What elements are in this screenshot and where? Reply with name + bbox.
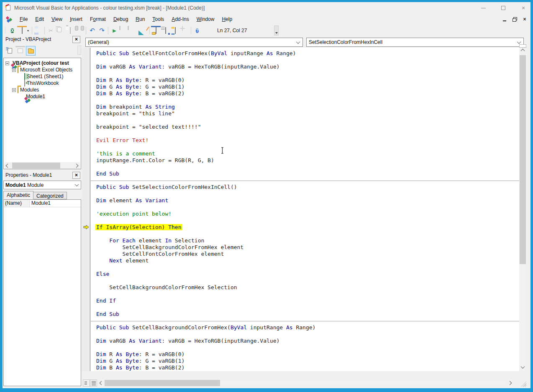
code-line[interactable]: Public Sub SetCellBackgroundColorFromHex… [96, 324, 519, 331]
tree-item-sheet1-sheet1[interactable]: Sheet1 (Sheet1) [4, 73, 81, 80]
scroll-left-icon[interactable] [98, 379, 105, 387]
view-object-button[interactable] [15, 46, 25, 56]
code-line[interactable] [96, 217, 519, 224]
menu-debug[interactable]: Debug [110, 15, 132, 24]
code-line[interactable] [96, 70, 519, 77]
excel-button[interactable]: X [8, 26, 17, 35]
toggle-folders-button[interactable] [26, 46, 36, 56]
code-line[interactable]: 'this is a comment [96, 150, 519, 157]
properties-grid[interactable]: (Name)Module1 [3, 199, 81, 386]
code-line[interactable] [96, 97, 519, 104]
project-panel-close-icon[interactable]: × [72, 36, 80, 43]
split-handle[interactable] [519, 44, 526, 48]
code-line[interactable] [96, 164, 519, 171]
menu-run[interactable]: Run [132, 15, 149, 24]
code-line[interactable]: SetCellBackgroundColorFromHex Selection [96, 284, 519, 291]
run-button[interactable]: ▶ [110, 26, 119, 35]
help-button[interactable]: ? [192, 26, 202, 35]
design-mode-button[interactable] [138, 26, 148, 35]
save-button[interactable] [33, 26, 43, 35]
code-line[interactable]: Dim B As Byte: B = vaRGB(2) [96, 364, 519, 371]
insert-userform-button[interactable] [17, 26, 27, 35]
break-button[interactable] [119, 26, 129, 35]
toolbar-grip[interactable] [4, 27, 6, 34]
code-line[interactable]: Dim vaRGB As Variant: vaRGB = HexToRGB(i… [96, 338, 519, 344]
code-line[interactable]: Dim G As Byte: G = vaRGB(1) [96, 358, 519, 364]
code-line[interactable]: Next element [96, 257, 519, 264]
procedure-view-button[interactable] [83, 379, 90, 387]
tree-item-modules[interactable]: Modules [4, 87, 81, 93]
code-line[interactable]: Dim G As Byte: G = vaRGB(1) [96, 84, 519, 90]
procedure-dropdown[interactable]: SetSelectionColorFromHexInCell [306, 38, 524, 47]
menu-insert[interactable]: Insert [66, 15, 86, 24]
scroll-right-icon[interactable] [74, 163, 79, 168]
code-line[interactable] [96, 57, 519, 64]
expander-minus-icon[interactable] [5, 61, 9, 65]
code-line[interactable]: If IsArray(Selection) Then [96, 224, 519, 231]
code-line[interactable]: Dim R As Byte: R = vaRGB(0) [96, 77, 519, 84]
tree-item-module1[interactable]: Module1 [4, 93, 81, 100]
scroll-right-icon[interactable] [506, 379, 513, 387]
code-line[interactable]: SetCellBackgroundColorFromHex element [96, 244, 519, 251]
paste-button[interactable] [65, 26, 75, 35]
code-line[interactable] [96, 304, 519, 311]
menu-view[interactable]: View [48, 15, 66, 24]
tab-alphabetic[interactable]: Alphabetic [3, 191, 33, 199]
code-line[interactable] [96, 344, 519, 351]
code-line[interactable]: Public Sub SetCellFontColorFromHex(ByVal… [96, 50, 519, 57]
project-tree-hscrollbar[interactable] [5, 162, 80, 169]
full-module-view-button[interactable] [90, 379, 97, 387]
hscroll-thumb[interactable] [12, 163, 60, 168]
project-explorer-button[interactable] [151, 26, 161, 35]
code-line[interactable]: Dim R As Byte: R = vaRGB(0) [96, 351, 519, 358]
hscroll-thumb[interactable] [105, 380, 220, 386]
code-editor[interactable]: Public Sub SetCellFontColorFromHex(ByVal… [82, 48, 519, 371]
project-toolbar-overflow[interactable] [77, 46, 81, 55]
tree-item-thisworkbook[interactable]: ThisWorkbook [4, 80, 81, 87]
property-value[interactable]: Module1 [30, 200, 81, 207]
code-line[interactable] [96, 277, 519, 284]
code-line[interactable]: End If [96, 298, 519, 304]
scroll-up-icon[interactable] [519, 48, 526, 55]
code-line[interactable] [96, 331, 519, 338]
toolbar-overflow-button[interactable] [274, 25, 279, 36]
code-line[interactable]: Dim element As Variant [96, 197, 519, 204]
code-line[interactable]: breakpoint = "this line" [96, 110, 519, 117]
expander-minus-icon[interactable] [12, 88, 16, 92]
code-line[interactable] [96, 264, 519, 271]
code-line[interactable]: inputRange.Font.Color = RGB(R, G, B) [96, 157, 519, 164]
menu-window[interactable]: Window [193, 15, 218, 24]
menu-edit[interactable]: Edit [31, 15, 48, 24]
expander-minus-icon[interactable] [12, 68, 16, 72]
scroll-left-icon[interactable] [6, 163, 10, 168]
code-line[interactable] [96, 191, 519, 197]
code-line[interactable]: Dim vaRGB As Variant: vaRGB = HexToRGB(i… [96, 64, 519, 70]
menu-help[interactable]: Help [218, 15, 236, 24]
hscroll-track[interactable] [105, 379, 506, 387]
maximize-icon[interactable] [500, 4, 507, 12]
undo-button[interactable]: ↶ [87, 26, 97, 35]
toolbox-button[interactable] [180, 26, 190, 35]
child-restore-icon[interactable] [511, 16, 518, 23]
code-line[interactable]: 'execution point below! [96, 211, 519, 217]
redo-button[interactable]: ↷ [97, 26, 107, 35]
vscroll-thumb[interactable] [520, 55, 526, 264]
code-text[interactable]: Public Sub SetCellFontColorFromHex(ByVal… [91, 50, 519, 371]
property-row[interactable]: (Name)Module1 [4, 200, 81, 207]
object-dropdown[interactable]: (General) [85, 38, 303, 47]
code-line[interactable] [96, 231, 519, 237]
code-line[interactable]: Public Sub SetSelectionColorFromHexInCel… [96, 184, 519, 191]
close-icon[interactable]: × [520, 4, 527, 12]
copy-button[interactable] [56, 26, 65, 35]
properties-panel-close-icon[interactable]: × [72, 172, 80, 179]
code-line[interactable] [96, 130, 519, 137]
code-line[interactable]: End Sub [96, 311, 519, 318]
code-line[interactable]: SetCellFontColorFromHex element [96, 251, 519, 257]
child-minimize-icon[interactable] [501, 16, 508, 23]
menu-file[interactable]: File [16, 15, 31, 24]
code-line[interactable] [96, 117, 519, 124]
tree-item-vbaproject-colour-test[interactable]: VBAProject (colour test [4, 60, 81, 66]
object-browser-button[interactable] [170, 26, 180, 35]
menu-format[interactable]: Format [86, 15, 110, 24]
code-line[interactable]: End Sub [96, 171, 519, 177]
